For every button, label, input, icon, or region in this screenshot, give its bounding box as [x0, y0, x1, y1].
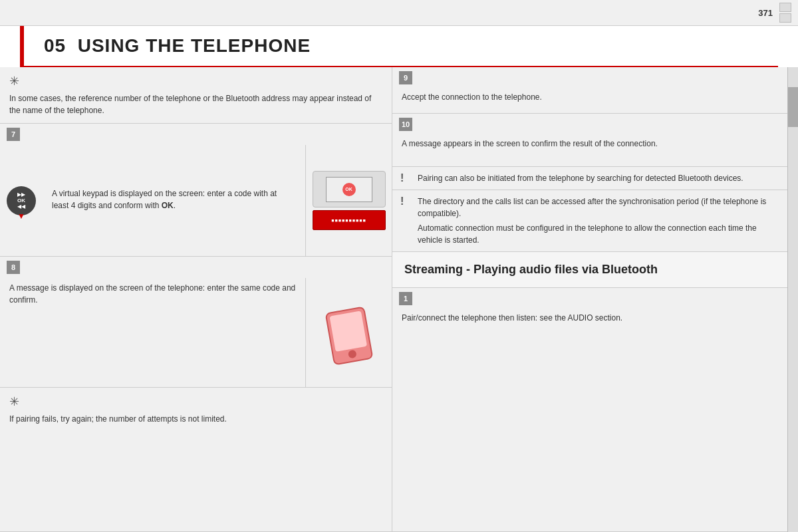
streaming-step-1-text: Pair/connect the telephone then listen: …	[392, 309, 787, 531]
chapter-title-box: 05 USING THE TELEPHONE	[20, 26, 778, 67]
warn-block-1: ! Pairing can also be initiated from the…	[392, 167, 787, 190]
right-column: 9 Accept the connection to the telephone…	[392, 67, 787, 532]
step-10-block: 10 A message appears in the screen to co…	[392, 114, 787, 167]
step-7-num: 7	[7, 128, 20, 141]
nav-down[interactable]	[779, 13, 791, 23]
star-icon-2: ✳	[9, 394, 382, 409]
scrollbar[interactable]	[787, 67, 798, 532]
nav-buttons	[779, 3, 791, 23]
device-top: OK	[313, 171, 386, 207]
arrow-up-icon: ▶▶	[17, 192, 25, 198]
left-column: ✳ In some cases, the reference number of…	[0, 67, 392, 532]
device-screen: OK	[326, 177, 372, 202]
phone-container	[329, 303, 369, 362]
warn-block-2: ! The directory and the calls list can b…	[392, 190, 787, 252]
ok-label: OK	[17, 198, 25, 203]
phone-illustration	[325, 306, 373, 365]
info-block-1: ✳ In some cases, the reference number of…	[0, 67, 392, 124]
step-10-text: A message appears in the screen to confi…	[392, 135, 787, 166]
streaming-title: Streaming - Playing audio files via Blue…	[404, 261, 775, 278]
nav-up[interactable]	[779, 3, 791, 12]
phone-home-btn	[347, 350, 356, 359]
info-text-2: If pairing fails, try again; the number …	[9, 413, 382, 425]
scrollbar-thumb[interactable]	[788, 87, 798, 127]
device-bottom-text: ■■■■■■■■■■	[331, 218, 366, 223]
chapter-header: 05 USING THE TELEPHONE	[0, 26, 798, 67]
warn-icon-2: !	[400, 196, 411, 246]
step-10-num: 10	[399, 118, 412, 131]
ok-circle: ▶▶ OK ◀◀ ▼	[7, 186, 36, 215]
step-7-block: 7 ▶▶ OK ◀◀ ▼	[0, 124, 392, 257]
info-text-1: In some cases, the reference number of t…	[9, 92, 382, 116]
warn-icon-1: !	[400, 172, 411, 184]
step-8-image	[305, 278, 392, 387]
step-10-header: 10	[392, 114, 787, 135]
arrow-down-icon: ◀◀	[17, 203, 25, 209]
streaming-section: Streaming - Playing audio files via Blue…	[392, 252, 787, 288]
step-7-left: ▶▶ OK ◀◀ ▼ A virtual keypad is displayed…	[0, 145, 305, 256]
step-8-content: A message is displayed on the screen of …	[0, 278, 392, 387]
content-area: 05 USING THE TELEPHONE ✳ In some cases, …	[0, 26, 798, 532]
streaming-step-1-header: 1	[392, 288, 787, 309]
device-bottom: ■■■■■■■■■■	[313, 210, 386, 230]
step-7-text: A virtual keypad is displayed on the scr…	[43, 184, 299, 218]
step-7-image: OK ■■■■■■■■■■	[305, 145, 392, 256]
chapter-title: 05 USING THE TELEPHONE	[44, 35, 311, 56]
ok-center-btn: OK	[342, 183, 356, 196]
step-7-content: ▶▶ OK ◀◀ ▼ A virtual keypad is displayed…	[0, 145, 392, 256]
info-block-2: ✳ If pairing fails, try again; the numbe…	[0, 388, 392, 532]
columns-area: ✳ In some cases, the reference number of…	[0, 67, 798, 532]
red-arrow-icon: ▼	[17, 211, 25, 221]
step-8-num: 8	[7, 261, 20, 274]
step-9-text: Accept the connection to the telephone.	[392, 88, 787, 113]
streaming-step-1-num: 1	[399, 292, 412, 305]
step-9-num: 9	[399, 71, 412, 84]
streaming-step-1-block: 1 Pair/connect the telephone then listen…	[392, 288, 787, 532]
star-icon-1: ✳	[9, 74, 382, 88]
top-bar: 371	[0, 0, 798, 26]
ok-illustration: ▶▶ OK ◀◀ ▼	[7, 186, 36, 215]
step-8-block: 8 A message is displayed on the screen o…	[0, 257, 392, 388]
page-number: 371	[758, 8, 773, 18]
step-9-block: 9 Accept the connection to the telephone…	[392, 67, 787, 114]
step-7-header: 7	[0, 124, 392, 145]
step-8-header: 8	[0, 257, 392, 278]
step-8-text: A message is displayed on the screen of …	[0, 278, 305, 387]
warn-text-2: The directory and the calls list can be …	[418, 196, 779, 246]
step-9-header: 9	[392, 67, 787, 88]
warn-text-1: Pairing can also be initiated from the t…	[418, 172, 743, 184]
phone-screen	[329, 311, 367, 352]
